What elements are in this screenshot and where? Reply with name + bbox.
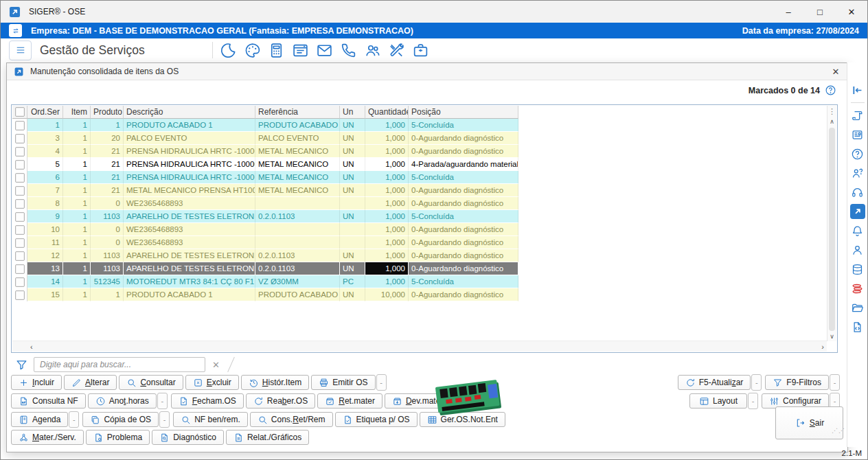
vertical-scrollbar[interactable]: ⋮ ∧ ∨ xyxy=(827,106,836,341)
cell-pos[interactable]: 0-Aguardando diagnóstico xyxy=(409,132,518,145)
cell-prod[interactable]: 512345 xyxy=(91,275,124,288)
table-row[interactable]: 7121METAL MECANICO PRENSA HT1000METAL ME… xyxy=(12,184,518,197)
cell-desc[interactable]: APARELHO DE TESTES ELETRONICOS xyxy=(124,262,255,275)
cell-item[interactable]: 1 xyxy=(63,249,91,262)
mail-icon[interactable] xyxy=(316,41,334,59)
cell-prod[interactable]: 1103 xyxy=(91,249,124,262)
cell-desc[interactable]: WE2365468893 xyxy=(124,236,255,249)
hamburger-menu-icon[interactable] xyxy=(9,41,32,60)
row-checkbox[interactable] xyxy=(12,275,27,288)
cell-qty[interactable]: 1,000 xyxy=(365,171,409,184)
row-checkbox[interactable] xyxy=(12,158,27,171)
table-row[interactable]: 5121PRENSA HIDRAULICA HRTC -10000METAL M… xyxy=(12,158,518,171)
row-checkbox[interactable] xyxy=(12,184,27,197)
cell-ord[interactable]: 10 xyxy=(27,223,63,236)
row-checkbox[interactable] xyxy=(12,197,27,210)
table-row[interactable]: 6121PRENSA HIDRAULICA HRTC -10000METAL M… xyxy=(12,171,518,184)
cell-item[interactable]: 1 xyxy=(63,132,91,145)
column-menu-icon[interactable]: ⋮ xyxy=(828,106,836,117)
cell-item[interactable]: 1 xyxy=(63,223,91,236)
cell-item[interactable]: 1 xyxy=(63,119,91,132)
cell-pos[interactable]: 5-Concluída xyxy=(409,171,518,184)
cell-qty[interactable]: 1,000 xyxy=(365,275,409,288)
resize-grip[interactable]: ⋰⋰ xyxy=(832,427,845,434)
cell-item[interactable]: 1 xyxy=(63,158,91,171)
cell-pos[interactable]: 0-Aguardando diagnóstico xyxy=(409,236,518,249)
cell-pos[interactable]: 0-Aguardando diagnóstico xyxy=(409,197,518,210)
cell-desc[interactable]: PRENSA HIDRAULICA HRTC -10000 xyxy=(124,171,255,184)
agenda-button[interactable]: Agenda xyxy=(11,412,68,427)
cell-item[interactable]: 1 xyxy=(63,145,91,158)
cell-desc[interactable]: PRODUTO ACABADO 1 xyxy=(124,288,255,301)
cell-prod[interactable]: 1103 xyxy=(91,262,124,275)
cell-pos[interactable]: 5-Concluída xyxy=(409,210,518,223)
phone-icon[interactable] xyxy=(340,41,358,59)
cell-desc[interactable]: METAL MECANICO PRENSA HT1000 xyxy=(124,184,255,197)
column-header-desc[interactable]: Descrição xyxy=(124,106,255,119)
table-row[interactable]: 3120PALCO EVENTOPALCO EVENTOUN1,0000-Agu… xyxy=(12,132,518,145)
cell-ord[interactable]: 3 xyxy=(27,132,63,145)
company-switch-icon[interactable] xyxy=(9,24,22,37)
column-header-qty[interactable]: Quantidade xyxy=(365,106,409,119)
row-checkbox[interactable] xyxy=(12,249,27,262)
sair-button[interactable]: Sair xyxy=(775,406,843,439)
cell-prod[interactable]: 20 xyxy=(91,132,124,145)
cell-item[interactable]: 1 xyxy=(63,288,91,301)
collapse-panel-icon[interactable] xyxy=(850,82,865,97)
cell-ord[interactable]: 13 xyxy=(27,262,63,275)
cell-un[interactable]: UN xyxy=(340,288,365,301)
database-icon[interactable] xyxy=(850,262,865,277)
coins-icon[interactable] xyxy=(850,281,865,296)
row-checkbox[interactable] xyxy=(12,236,27,249)
cell-desc[interactable]: APARELHO DE TESTES ELETRONICOS xyxy=(124,249,255,262)
f5-atualizar-button[interactable]: F5-Atualizar xyxy=(678,375,751,390)
scroll-left-icon[interactable]: ‹ xyxy=(30,343,33,351)
cell-pos[interactable]: 0-Aguardando diagnóstico xyxy=(409,249,518,262)
cell-un[interactable]: UN xyxy=(340,119,365,132)
consulta-nf-button[interactable]: Consulta NF xyxy=(11,393,86,409)
cell-item[interactable]: 1 xyxy=(63,262,91,275)
close-button[interactable]: ✕ xyxy=(836,1,867,23)
table-row[interactable]: 1211103APARELHO DE TESTES ELETRONICOS0.2… xyxy=(12,249,518,262)
vertical-scroll-thumb[interactable] xyxy=(829,128,835,331)
script-icon[interactable] xyxy=(850,108,865,123)
cell-qty[interactable]: 1,000 xyxy=(365,210,409,223)
cell-ord[interactable]: 9 xyxy=(27,210,63,223)
cell-qty[interactable]: 1,000 xyxy=(365,249,409,262)
calculator-icon[interactable] xyxy=(268,41,286,59)
problema-button[interactable]: Problema xyxy=(86,430,150,445)
row-checkbox[interactable] xyxy=(12,132,27,145)
cell-ref[interactable]: PRODUTO ACABADO 1 xyxy=(255,119,340,132)
row-checkbox[interactable] xyxy=(12,262,27,275)
column-header-ref[interactable]: Referência xyxy=(255,106,340,119)
dropdown-button[interactable]: - xyxy=(751,374,762,391)
cell-item[interactable]: 1 xyxy=(63,171,91,184)
hist-r-item-button[interactable]: Histór.Item xyxy=(241,375,309,390)
cell-desc[interactable]: MOTOREDUT MTR3 84:1 CÇ 80 F1 xyxy=(124,275,255,288)
cell-desc[interactable]: PRENSA HIDRAULICA HRTC -10000 xyxy=(124,158,255,171)
cell-ref[interactable]: 0.2.0.1103 xyxy=(255,210,340,223)
cell-prod[interactable]: 21 xyxy=(91,184,124,197)
cell-ord[interactable]: 1 xyxy=(27,119,63,132)
cell-ref[interactable] xyxy=(255,197,340,210)
help-icon[interactable] xyxy=(850,146,865,161)
palette-icon[interactable] xyxy=(244,41,262,59)
cell-un[interactable] xyxy=(340,223,365,236)
file-code-icon[interactable] xyxy=(850,319,865,334)
cell-item[interactable]: 1 xyxy=(63,197,91,210)
cell-ref[interactable]: PALCO EVENTO xyxy=(255,132,340,145)
cell-ord[interactable]: 11 xyxy=(27,236,63,249)
cell-item[interactable]: 1 xyxy=(63,275,91,288)
column-header-item[interactable]: Item xyxy=(63,106,91,119)
cell-ord[interactable]: 4 xyxy=(27,145,63,158)
cell-pos[interactable]: 5-Concluída xyxy=(409,119,518,132)
f9-filtros-button[interactable]: F9-Filtros xyxy=(765,375,829,390)
cell-qty[interactable]: 1,000 xyxy=(365,223,409,236)
c-pia-de-os-button[interactable]: Cópia de OS xyxy=(82,412,159,427)
anot-horas-button[interactable]: Anot.horas xyxy=(88,393,157,409)
cell-ord[interactable]: 6 xyxy=(27,171,63,184)
cell-un[interactable] xyxy=(340,236,365,249)
alterar-button[interactable]: Alterar xyxy=(64,375,117,390)
cell-prod[interactable]: 21 xyxy=(91,158,124,171)
table-row[interactable]: 1511PRODUTO ACABADO 1PRODUTO ACABADO 1UN… xyxy=(12,288,518,301)
